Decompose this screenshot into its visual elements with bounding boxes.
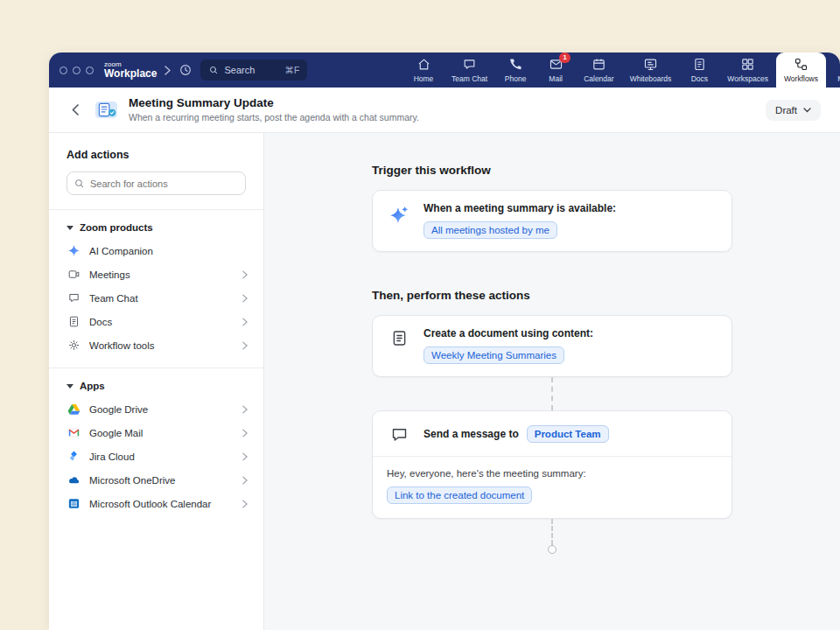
- google-drive-icon: [66, 402, 80, 416]
- nav-home[interactable]: Home: [403, 52, 444, 88]
- status-dropdown[interactable]: Draft: [766, 100, 821, 121]
- chevron-right-icon: [242, 429, 248, 438]
- window-zoom-button[interactable]: [86, 66, 94, 74]
- chevron-right-icon: [242, 294, 248, 303]
- document-icon: [66, 315, 80, 328]
- nav-whiteboards[interactable]: Whiteboards: [622, 52, 680, 88]
- nav-workflows[interactable]: Workflows: [776, 52, 826, 88]
- chevron-right-icon: [242, 318, 248, 326]
- action-document-text: Create a document using content:: [424, 327, 593, 340]
- chevron-down-icon: [803, 108, 811, 113]
- sidebar-item-docs[interactable]: Docs: [49, 310, 263, 333]
- mail-icon: 1: [549, 57, 564, 72]
- window-minimize-button[interactable]: [73, 66, 80, 74]
- onedrive-icon: [66, 473, 80, 486]
- action-message-text: Send a message to: [424, 428, 519, 440]
- top-navbar: zoom Workplace Search ⌘F Home Team: [49, 52, 840, 88]
- nav-team-chat[interactable]: Team Chat: [444, 52, 495, 88]
- mail-badge: 1: [559, 52, 570, 63]
- sidebar-item-workflow-tools[interactable]: Workflow tools: [49, 333, 263, 357]
- sidebar-item-microsoft-onedrive[interactable]: Microsoft OneDrive: [49, 468, 263, 492]
- gmail-icon: [66, 426, 80, 439]
- sidebar-item-meetings[interactable]: Meetings: [49, 262, 263, 286]
- app-window: zoom Workplace Search ⌘F Home Team: [49, 52, 840, 630]
- history-icon[interactable]: [178, 63, 192, 77]
- chevron-right-icon: [242, 452, 248, 461]
- chevron-right-icon: [242, 405, 248, 414]
- gear-icon: [66, 339, 80, 352]
- nav-docs[interactable]: Docs: [679, 52, 719, 88]
- workflow-title: Meeting Summary Update: [129, 96, 419, 110]
- brand-bottom-label: Workplace: [104, 68, 157, 80]
- nav-mail[interactable]: 1 Mail: [536, 52, 576, 88]
- sidebar-title: Add actions: [66, 149, 246, 161]
- trigger-text: When a meeting summary is available:: [424, 202, 616, 214]
- action-card-send-message[interactable]: Send a message to Product Team Hey, ever…: [372, 410, 732, 519]
- whiteboard-icon: [643, 57, 658, 72]
- sidebar-item-jira-cloud[interactable]: Jira Cloud: [49, 444, 263, 468]
- message-body-text: Hey, everyone, here's the meeting summar…: [387, 468, 718, 479]
- calendar-icon: [592, 57, 606, 72]
- global-search[interactable]: Search ⌘F: [200, 60, 307, 80]
- message-link-chip[interactable]: Link to the created document: [387, 486, 532, 504]
- jira-icon: [66, 450, 80, 463]
- add-node-dot[interactable]: [548, 545, 556, 554]
- action-card-create-document[interactable]: Create a document using content: Weekly …: [372, 315, 732, 377]
- back-button[interactable]: [72, 104, 79, 116]
- actions-heading: Then, perform these actions: [372, 289, 732, 302]
- ai-companion-icon: [66, 244, 80, 257]
- chevron-right-icon: [242, 341, 248, 350]
- workflow-canvas: Trigger this workflow When a meeting sum…: [264, 133, 840, 630]
- nav-workspaces[interactable]: Workspaces: [719, 52, 776, 88]
- actions-sidebar: Add actions Zoom products AI Companion M…: [49, 133, 264, 630]
- search-icon: [74, 178, 85, 189]
- connector-line: [551, 377, 553, 410]
- workflow-header: Meeting Summary Update When a recurring …: [49, 88, 840, 133]
- phone-icon: [508, 57, 523, 72]
- window-controls: [60, 66, 94, 74]
- ai-sparkle-icon: [387, 202, 411, 227]
- section-zoom-products[interactable]: Zoom products: [66, 222, 246, 233]
- search-icon: [208, 65, 219, 75]
- divider: [49, 209, 263, 210]
- sidebar-item-microsoft-outlook-calendar[interactable]: Microsoft Outlook Calendar: [49, 492, 263, 515]
- sidebar-item-team-chat[interactable]: Team Chat: [49, 286, 263, 310]
- document-icon: [387, 327, 411, 347]
- connector-line: [551, 519, 553, 545]
- home-icon: [416, 57, 431, 72]
- meeting-summary-icon: [94, 100, 118, 120]
- caret-down-icon: [66, 226, 74, 230]
- search-shortcut: ⌘F: [285, 65, 300, 75]
- document-content-chip[interactable]: Weekly Meeting Summaries: [424, 346, 564, 364]
- outlook-calendar-icon: [66, 497, 80, 510]
- workflows-icon: [794, 57, 808, 72]
- workflow-subtitle: When a recurring meeting starts, post th…: [129, 112, 419, 123]
- nav-phone[interactable]: Phone: [495, 52, 536, 88]
- trigger-card[interactable]: When a meeting summary is available: All…: [372, 190, 732, 252]
- divider: [49, 368, 263, 368]
- actions-search-input[interactable]: [66, 172, 246, 195]
- trigger-scope-chip[interactable]: All meetings hosted by me: [424, 221, 557, 239]
- team-chat-icon: [462, 57, 477, 72]
- message-recipient-chip[interactable]: Product Team: [527, 425, 609, 443]
- chevron-right-icon: [242, 476, 248, 485]
- trigger-heading: Trigger this workflow: [372, 164, 732, 177]
- window-close-button[interactable]: [60, 66, 67, 74]
- nav-more[interactable]: More: [826, 52, 840, 88]
- chat-bubble-icon: [387, 424, 411, 444]
- zoom-workplace-logo: zoom Workplace: [104, 61, 157, 80]
- chevron-right-icon[interactable]: [164, 66, 171, 75]
- video-camera-icon: [66, 268, 80, 281]
- chevron-right-icon: [242, 270, 248, 279]
- chat-bubble-icon: [66, 291, 80, 304]
- workspaces-icon: [740, 57, 755, 72]
- sidebar-item-google-drive[interactable]: Google Drive: [49, 397, 263, 421]
- docs-icon: [692, 57, 707, 72]
- sidebar-item-google-mail[interactable]: Google Mail: [49, 421, 263, 444]
- status-badge: Draft: [775, 105, 797, 116]
- sidebar-item-ai-companion[interactable]: AI Companion: [49, 239, 263, 262]
- search-label: Search: [224, 65, 255, 75]
- nav-calendar[interactable]: Calendar: [576, 52, 622, 88]
- section-apps[interactable]: Apps: [66, 381, 246, 391]
- chevron-right-icon: [242, 500, 248, 508]
